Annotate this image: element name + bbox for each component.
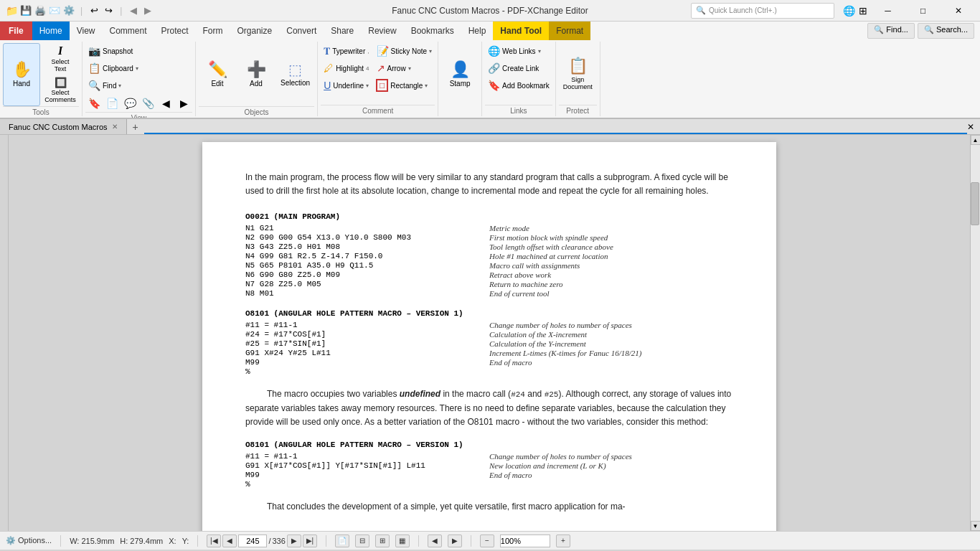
zoom-out-button[interactable]: − bbox=[480, 534, 494, 547]
height-display: H: 279.4mm bbox=[120, 537, 163, 545]
find-button[interactable]: 🔍 Find... bbox=[867, 23, 915, 39]
options-button[interactable]: ⚙️ Options... bbox=[6, 536, 52, 545]
undo-icon[interactable]: ↩ bbox=[88, 5, 100, 17]
menu-form[interactable]: Form bbox=[196, 22, 230, 40]
two-page-cont-button[interactable]: ▦ bbox=[395, 534, 410, 547]
paragraph2: That concludes the development of a simp… bbox=[245, 500, 733, 514]
zoom-next-button[interactable]: ▶ bbox=[448, 534, 462, 547]
scroll-track[interactable] bbox=[971, 145, 980, 521]
highlight-button[interactable]: 🖊 Highlight 4 bbox=[321, 60, 372, 76]
search-button[interactable]: 🔍 Search... bbox=[918, 23, 974, 39]
back-icon[interactable]: ◀ bbox=[128, 5, 139, 17]
zoom-prev-button[interactable]: ◀ bbox=[428, 534, 442, 547]
last-page-button[interactable]: ▶| bbox=[303, 534, 317, 547]
page-number-input[interactable] bbox=[238, 534, 267, 547]
snapshot-button[interactable]: 📷 Snapshot bbox=[85, 43, 136, 59]
program1-section: O0021 (MAIN PROGRAM) N1 G21 Metric mode … bbox=[245, 212, 733, 298]
nav-icon-1[interactable]: 🔖 bbox=[85, 95, 103, 112]
add-label: Add bbox=[250, 80, 263, 88]
tab-close-button[interactable]: ✕ bbox=[112, 123, 118, 131]
first-page-button[interactable]: |◀ bbox=[207, 534, 221, 547]
clipboard-button[interactable]: 📋 Clipboard ▾ bbox=[85, 60, 141, 76]
menu-home[interactable]: Home bbox=[32, 22, 70, 40]
typewriter-button[interactable]: 𝐓 Typewriter , bbox=[321, 43, 372, 59]
select-comments-button[interactable]: 🔲 SelectComments bbox=[42, 75, 79, 105]
tools-group-label: Tools bbox=[3, 106, 79, 116]
menu-file[interactable]: File bbox=[0, 22, 32, 40]
document-page: In the main program, the process flow wi… bbox=[202, 142, 776, 531]
main-area: In the main program, the process flow wi… bbox=[0, 135, 980, 531]
selection-button[interactable]: ⬚ Selection bbox=[276, 43, 314, 106]
menu-view[interactable]: View bbox=[70, 22, 103, 40]
close-all-button[interactable]: ✕ bbox=[967, 122, 980, 132]
single-page-button[interactable]: 📄 bbox=[335, 534, 349, 547]
paragraph1: The macro occupies two variables undefin… bbox=[245, 387, 733, 429]
nav-icon-5[interactable]: ◀ bbox=[157, 95, 174, 112]
menu-help[interactable]: Help bbox=[461, 22, 494, 40]
language-icon[interactable]: 🌐 bbox=[843, 5, 854, 17]
grid-icon[interactable]: ⊞ bbox=[857, 5, 869, 17]
web-links-button[interactable]: 🌐 Web Links ▾ bbox=[485, 43, 544, 59]
menu-convert[interactable]: Convert bbox=[279, 22, 324, 40]
stamp-button[interactable]: 👤 Stamp bbox=[441, 43, 479, 106]
view-nav-row: 🔖 📄 💬 📎 ◀ ▶ bbox=[85, 95, 192, 112]
nav-icon-6[interactable]: ▶ bbox=[175, 95, 192, 112]
nav-icon-2[interactable]: 📄 bbox=[103, 95, 121, 112]
minimize-button[interactable]: ─ bbox=[872, 0, 904, 22]
comment-row2: 🖊 Highlight 4 ↗ Arrow ▾ bbox=[321, 60, 435, 76]
app-folder-icon[interactable]: 📁 bbox=[6, 5, 17, 17]
settings-icon[interactable]: ⚙️ bbox=[63, 5, 75, 17]
menu-review[interactable]: Review bbox=[361, 22, 403, 40]
zoom-level-input[interactable] bbox=[500, 534, 550, 547]
rectangle-button[interactable]: □ Rectangle ▾ bbox=[373, 77, 430, 93]
redo-icon[interactable]: ↪ bbox=[103, 5, 114, 17]
menu-share[interactable]: Share bbox=[324, 22, 361, 40]
highlight-label: Highlight bbox=[336, 65, 364, 72]
macro1-line5: M99 End of macro bbox=[245, 358, 733, 367]
arrow-button[interactable]: ↗ Arrow ▾ bbox=[374, 60, 414, 76]
add-button[interactable]: ➕ Add bbox=[237, 43, 275, 106]
continuous-page-button[interactable]: ⊟ bbox=[355, 534, 369, 547]
tools-row: ✋ Hand I SelectText 🔲 SelectComments bbox=[3, 43, 79, 106]
forward-icon[interactable]: ▶ bbox=[142, 5, 154, 17]
scroll-up-button[interactable]: ▲ bbox=[971, 135, 981, 145]
print-icon[interactable]: 🖨️ bbox=[34, 5, 46, 17]
vertical-scrollbar[interactable]: ▲ ▼ bbox=[970, 135, 980, 531]
quick-launch-box[interactable]: 🔍 Quick Launch (Ctrl+.) bbox=[691, 3, 834, 19]
maximize-button[interactable]: □ bbox=[907, 0, 939, 22]
select-text-button[interactable]: I SelectText bbox=[42, 44, 79, 74]
next-page-button[interactable]: ▶ bbox=[287, 534, 301, 547]
zoom-in-button[interactable]: + bbox=[556, 534, 570, 547]
find-tool-button[interactable]: 🔍 Find ▾ bbox=[85, 77, 124, 93]
nav-icon-3[interactable]: 💬 bbox=[121, 95, 138, 112]
stamp-group-label bbox=[441, 113, 479, 115]
document-tab[interactable]: Fanuc CNC Custom Macros ✕ bbox=[0, 119, 127, 134]
email-icon[interactable]: ✉️ bbox=[49, 5, 60, 17]
find-dropdown-icon: ▾ bbox=[118, 83, 121, 89]
scroll-down-button[interactable]: ▼ bbox=[971, 521, 981, 531]
hand-tool-button[interactable]: ✋ Hand bbox=[3, 43, 40, 106]
menu-format[interactable]: Format bbox=[549, 22, 590, 40]
close-button[interactable]: ✕ bbox=[942, 0, 974, 22]
two-page-button[interactable]: ⊞ bbox=[375, 534, 390, 547]
save-icon[interactable]: 💾 bbox=[20, 5, 32, 17]
menu-protect[interactable]: Protect bbox=[154, 22, 196, 40]
underline-button[interactable]: U Underline ▾ bbox=[321, 77, 372, 93]
sticky-note-button[interactable]: 📝 Sticky Note ▾ bbox=[374, 43, 435, 59]
scroll-thumb[interactable] bbox=[971, 182, 979, 225]
new-tab-button[interactable]: + bbox=[127, 120, 144, 134]
edit-button[interactable]: ✏️ Edit bbox=[199, 43, 236, 106]
sign-document-button[interactable]: 📋 SignDocument bbox=[559, 43, 597, 105]
tab-bar: Fanuc CNC Custom Macros ✕ + ✕ bbox=[0, 119, 980, 135]
add-icon: ➕ bbox=[247, 62, 266, 77]
create-link-button[interactable]: 🔗 Create Link bbox=[485, 60, 542, 76]
add-bookmark-button[interactable]: 🔖 Add Bookmark bbox=[485, 77, 552, 93]
prev-page-button[interactable]: ◀ bbox=[222, 534, 237, 547]
menu-bookmarks[interactable]: Bookmarks bbox=[404, 22, 461, 40]
nav-icon-4[interactable]: 📎 bbox=[139, 95, 156, 112]
menu-comment[interactable]: Comment bbox=[102, 22, 154, 40]
document-area[interactable]: In the main program, the process flow wi… bbox=[9, 135, 970, 531]
menu-organize[interactable]: Organize bbox=[230, 22, 280, 40]
menu-hand-tool[interactable]: Hand Tool bbox=[493, 22, 549, 40]
ref-25: #25 bbox=[545, 390, 559, 399]
